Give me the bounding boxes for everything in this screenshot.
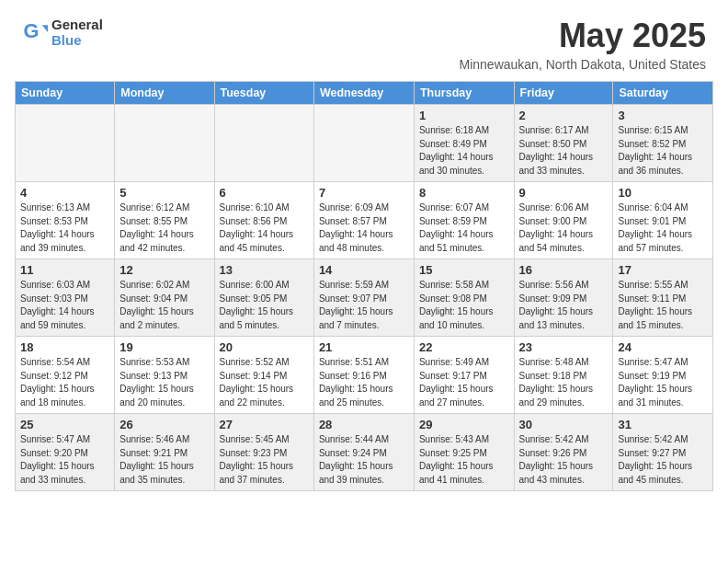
calendar-cell: 11Sunrise: 6:03 AM Sunset: 9:03 PM Dayli… <box>16 259 115 337</box>
calendar-cell: 16Sunrise: 5:56 AM Sunset: 9:09 PM Dayli… <box>514 259 613 337</box>
calendar-header: SundayMondayTuesdayWednesdayThursdayFrid… <box>16 82 713 105</box>
cell-info: Sunrise: 5:58 AM Sunset: 9:08 PM Dayligh… <box>419 279 509 332</box>
weekday-header-tuesday: Tuesday <box>214 82 313 105</box>
month-title: May 2025 <box>460 17 706 55</box>
calendar-cell: 18Sunrise: 5:54 AM Sunset: 9:12 PM Dayli… <box>16 337 115 414</box>
calendar-cell <box>115 105 214 182</box>
calendar-cell <box>16 105 115 182</box>
calendar-cell: 8Sunrise: 6:07 AM Sunset: 8:59 PM Daylig… <box>414 182 514 259</box>
weekday-header-saturday: Saturday <box>613 82 713 105</box>
cell-info: Sunrise: 5:55 AM Sunset: 9:11 PM Dayligh… <box>618 279 708 332</box>
cell-info: Sunrise: 6:06 AM Sunset: 9:00 PM Dayligh… <box>519 201 609 255</box>
cell-info: Sunrise: 5:44 AM Sunset: 9:24 PM Dayligh… <box>319 433 409 487</box>
calendar-cell: 9Sunrise: 6:06 AM Sunset: 9:00 PM Daylig… <box>514 182 613 259</box>
calendar-cell: 19Sunrise: 5:53 AM Sunset: 9:13 PM Dayli… <box>115 337 214 414</box>
date-number: 24 <box>618 340 708 354</box>
calendar-cell: 21Sunrise: 5:51 AM Sunset: 9:16 PM Dayli… <box>313 337 414 414</box>
weekday-header-wednesday: Wednesday <box>313 82 414 105</box>
cell-info: Sunrise: 6:10 AM Sunset: 8:56 PM Dayligh… <box>220 201 309 255</box>
calendar-cell: 17Sunrise: 5:55 AM Sunset: 9:11 PM Dayli… <box>613 259 713 337</box>
date-number: 5 <box>119 186 209 200</box>
calendar-cell: 5Sunrise: 6:12 AM Sunset: 8:55 PM Daylig… <box>115 182 214 259</box>
cell-info: Sunrise: 5:47 AM Sunset: 9:19 PM Dayligh… <box>618 356 708 409</box>
date-number: 30 <box>519 418 609 431</box>
calendar-cell: 29Sunrise: 5:43 AM Sunset: 9:25 PM Dayli… <box>414 414 514 491</box>
date-number: 14 <box>319 263 409 277</box>
logo-icon: G <box>22 19 48 45</box>
date-number: 6 <box>220 186 309 200</box>
cell-info: Sunrise: 6:04 AM Sunset: 9:01 PM Dayligh… <box>618 201 708 255</box>
cell-info: Sunrise: 5:42 AM Sunset: 9:27 PM Dayligh… <box>618 433 708 487</box>
calendar-week-1: 1Sunrise: 6:18 AM Sunset: 8:49 PM Daylig… <box>16 105 713 182</box>
svg-text:G: G <box>24 19 40 42</box>
cell-info: Sunrise: 5:43 AM Sunset: 9:25 PM Dayligh… <box>419 433 509 487</box>
date-number: 21 <box>319 340 409 354</box>
cell-info: Sunrise: 6:17 AM Sunset: 8:50 PM Dayligh… <box>519 124 609 178</box>
date-number: 12 <box>119 263 209 277</box>
logo-general-text: General <box>51 17 103 32</box>
calendar-cell: 4Sunrise: 6:13 AM Sunset: 8:53 PM Daylig… <box>16 182 115 259</box>
weekday-header-thursday: Thursday <box>414 82 514 105</box>
calendar-week-2: 4Sunrise: 6:13 AM Sunset: 8:53 PM Daylig… <box>16 182 713 259</box>
calendar-week-3: 11Sunrise: 6:03 AM Sunset: 9:03 PM Dayli… <box>16 259 713 337</box>
cell-info: Sunrise: 5:54 AM Sunset: 9:12 PM Dayligh… <box>20 356 109 409</box>
date-number: 8 <box>419 186 509 200</box>
date-number: 15 <box>419 263 509 277</box>
date-number: 29 <box>419 418 509 431</box>
weekday-header-sunday: Sunday <box>16 82 115 105</box>
cell-info: Sunrise: 5:47 AM Sunset: 9:20 PM Dayligh… <box>20 433 109 487</box>
calendar-cell: 25Sunrise: 5:47 AM Sunset: 9:20 PM Dayli… <box>16 414 115 491</box>
date-number: 27 <box>220 418 309 431</box>
logo-blue-text: Blue <box>51 32 103 48</box>
calendar-body: 1Sunrise: 6:18 AM Sunset: 8:49 PM Daylig… <box>16 105 713 491</box>
cell-info: Sunrise: 5:48 AM Sunset: 9:18 PM Dayligh… <box>519 356 609 409</box>
date-number: 23 <box>519 340 609 354</box>
calendar-cell: 23Sunrise: 5:48 AM Sunset: 9:18 PM Dayli… <box>514 337 613 414</box>
cell-info: Sunrise: 5:53 AM Sunset: 9:13 PM Dayligh… <box>119 356 209 409</box>
cell-info: Sunrise: 5:46 AM Sunset: 9:21 PM Dayligh… <box>119 433 209 487</box>
calendar-cell: 26Sunrise: 5:46 AM Sunset: 9:21 PM Dayli… <box>115 414 214 491</box>
calendar-cell: 22Sunrise: 5:49 AM Sunset: 9:17 PM Dayli… <box>414 337 514 414</box>
cell-info: Sunrise: 6:02 AM Sunset: 9:04 PM Dayligh… <box>119 279 209 332</box>
date-number: 16 <box>519 263 609 277</box>
calendar-week-4: 18Sunrise: 5:54 AM Sunset: 9:12 PM Dayli… <box>16 337 713 414</box>
cell-info: Sunrise: 5:56 AM Sunset: 9:09 PM Dayligh… <box>519 279 609 332</box>
cell-info: Sunrise: 6:03 AM Sunset: 9:03 PM Dayligh… <box>20 279 109 332</box>
date-number: 13 <box>220 263 309 277</box>
cell-info: Sunrise: 5:45 AM Sunset: 9:23 PM Dayligh… <box>220 433 309 487</box>
calendar-cell: 30Sunrise: 5:42 AM Sunset: 9:26 PM Dayli… <box>514 414 613 491</box>
date-number: 28 <box>319 418 409 431</box>
calendar-cell: 31Sunrise: 5:42 AM Sunset: 9:27 PM Dayli… <box>613 414 713 491</box>
cell-info: Sunrise: 5:52 AM Sunset: 9:14 PM Dayligh… <box>220 356 309 409</box>
weekday-header-monday: Monday <box>115 82 214 105</box>
cell-info: Sunrise: 5:51 AM Sunset: 9:16 PM Dayligh… <box>319 356 409 409</box>
page-header: G General Blue May 2025 Minnewaukan, Nor… <box>0 0 728 81</box>
date-number: 10 <box>618 186 708 200</box>
calendar-cell: 3Sunrise: 6:15 AM Sunset: 8:52 PM Daylig… <box>613 105 713 182</box>
cell-info: Sunrise: 6:09 AM Sunset: 8:57 PM Dayligh… <box>319 201 409 255</box>
weekday-header-row: SundayMondayTuesdayWednesdayThursdayFrid… <box>16 82 713 105</box>
cell-info: Sunrise: 6:07 AM Sunset: 8:59 PM Dayligh… <box>419 201 509 255</box>
calendar-cell: 27Sunrise: 5:45 AM Sunset: 9:23 PM Dayli… <box>214 414 313 491</box>
date-number: 9 <box>519 186 609 200</box>
date-number: 11 <box>20 263 109 277</box>
date-number: 31 <box>618 418 708 431</box>
calendar-cell: 2Sunrise: 6:17 AM Sunset: 8:50 PM Daylig… <box>514 105 613 182</box>
calendar-cell: 7Sunrise: 6:09 AM Sunset: 8:57 PM Daylig… <box>313 182 414 259</box>
date-number: 17 <box>618 263 708 277</box>
calendar-week-5: 25Sunrise: 5:47 AM Sunset: 9:20 PM Dayli… <box>16 414 713 491</box>
calendar-cell: 13Sunrise: 6:00 AM Sunset: 9:05 PM Dayli… <box>214 259 313 337</box>
calendar-cell: 12Sunrise: 6:02 AM Sunset: 9:04 PM Dayli… <box>115 259 214 337</box>
date-number: 19 <box>119 340 209 354</box>
calendar-cell: 14Sunrise: 5:59 AM Sunset: 9:07 PM Dayli… <box>313 259 414 337</box>
calendar-cell <box>214 105 313 182</box>
cell-info: Sunrise: 6:15 AM Sunset: 8:52 PM Dayligh… <box>618 124 708 178</box>
calendar-cell: 24Sunrise: 5:47 AM Sunset: 9:19 PM Dayli… <box>613 337 713 414</box>
calendar-cell: 6Sunrise: 6:10 AM Sunset: 8:56 PM Daylig… <box>214 182 313 259</box>
date-number: 20 <box>220 340 309 354</box>
cell-info: Sunrise: 6:12 AM Sunset: 8:55 PM Dayligh… <box>119 201 209 255</box>
date-number: 2 <box>519 109 609 122</box>
date-number: 22 <box>419 340 509 354</box>
cell-info: Sunrise: 5:49 AM Sunset: 9:17 PM Dayligh… <box>419 356 509 409</box>
calendar-cell: 28Sunrise: 5:44 AM Sunset: 9:24 PM Dayli… <box>313 414 414 491</box>
